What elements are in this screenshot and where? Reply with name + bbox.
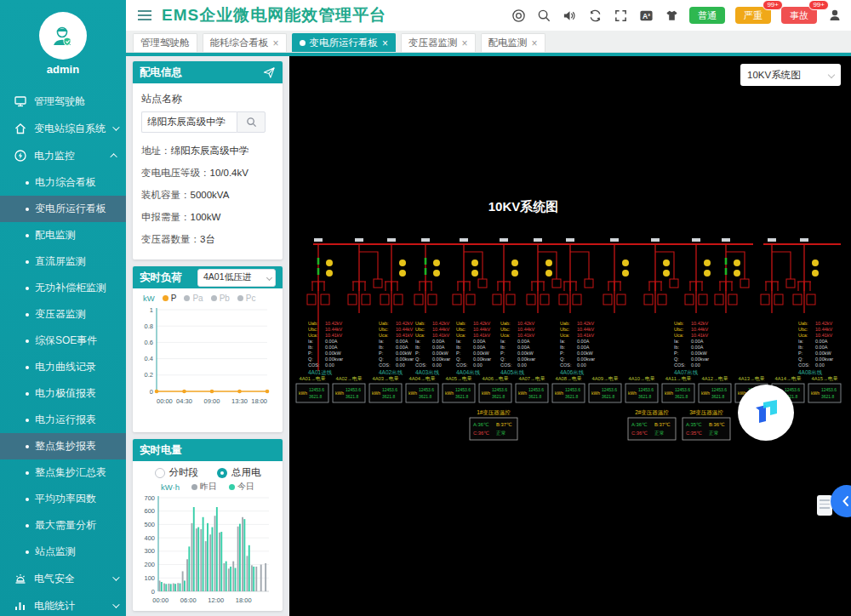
theme-icon[interactable] xyxy=(664,8,679,23)
svg-text:3621.8: 3621.8 xyxy=(309,394,323,399)
svg-text:0.00A: 0.00A xyxy=(432,345,445,350)
alarm-badge-2[interactable]: 事故99+ xyxy=(781,7,817,24)
svg-text:4A05→电量: 4A05→电量 xyxy=(446,376,472,381)
svg-text:12453.6: 12453.6 xyxy=(419,387,434,392)
tab-label: 变电所运行看板 xyxy=(310,37,379,49)
sidebar-subitem-2-9[interactable]: 电力运行报表 xyxy=(0,407,126,433)
user-icon[interactable] xyxy=(827,8,842,23)
search-icon[interactable] xyxy=(536,8,551,23)
svg-text:kWh: kWh xyxy=(665,391,673,396)
energy-legend-1[interactable]: 今日 xyxy=(229,481,254,493)
load-legend-Pa[interactable]: Pa xyxy=(184,294,203,303)
search-icon xyxy=(246,117,257,128)
site-search-button[interactable] xyxy=(237,111,266,133)
tab-3[interactable]: 变压器监测× xyxy=(401,33,476,52)
svg-text:18:00: 18:00 xyxy=(251,397,267,405)
fullscreen-icon[interactable] xyxy=(613,8,628,23)
todesk-logo[interactable] xyxy=(738,385,794,441)
sidebar-item-1[interactable]: 变电站综自系统 xyxy=(0,115,126,142)
svg-text:4A04出线: 4A04出线 xyxy=(456,369,481,375)
tab-0[interactable]: 管理驾驶舱 xyxy=(133,33,197,52)
sidebar-subitem-label: 电力综合看板 xyxy=(35,175,96,190)
load-legend-P[interactable]: P xyxy=(163,294,177,303)
svg-text:0.00kW: 0.00kW xyxy=(577,351,593,356)
close-tab-icon[interactable]: × xyxy=(273,38,279,48)
load-feeder-select[interactable]: 4A01低压进 xyxy=(197,269,276,287)
sidebar-subitem-2-1[interactable]: 变电所运行看板 xyxy=(0,196,126,222)
svg-text:Ib:: Ib: xyxy=(674,345,680,350)
volume-icon[interactable] xyxy=(562,8,577,23)
sidebar-item-0[interactable]: 管理驾驶舱 xyxy=(0,88,126,115)
svg-text:P:: P: xyxy=(379,351,384,356)
svg-text:0.00kvar: 0.00kvar xyxy=(517,356,535,362)
sidebar-subitem-2-7[interactable]: 电力曲线记录 xyxy=(0,354,126,380)
alarm-badge-1[interactable]: 严重99+ xyxy=(735,7,771,24)
realtime-load-card: 实时负荷 4A01低压进 kWPPaPbPc 00.20.40.60.8100:… xyxy=(133,266,283,432)
svg-text:Ia:: Ia: xyxy=(798,339,804,344)
target-icon[interactable] xyxy=(511,8,526,23)
sidebar-item-3[interactable]: 电气安全 xyxy=(0,565,126,592)
energy-radio-1[interactable]: 总用电 xyxy=(217,466,261,479)
legend-label: Pa xyxy=(192,294,203,303)
svg-text:3621.8: 3621.8 xyxy=(711,394,725,399)
sidebar-subitem-2-13[interactable]: 最大需量分析 xyxy=(0,512,126,539)
font-size-icon[interactable]: A² xyxy=(638,8,654,23)
sidebar-subitem-label: 整点集抄汇总表 xyxy=(35,465,106,480)
energy-legend-0[interactable]: 昨日 xyxy=(191,481,217,493)
svg-text:kWh: kWh xyxy=(591,391,600,396)
site-name-input[interactable] xyxy=(141,111,237,133)
close-tab-icon[interactable]: × xyxy=(462,38,468,48)
svg-text:12453.6: 12453.6 xyxy=(528,387,544,392)
sidebar-subitem-2-2[interactable]: 配电监测 xyxy=(0,222,126,248)
sidebar-subitem-2-14[interactable]: 站点监测 xyxy=(0,539,126,565)
alarm-badge-label: 事故 xyxy=(790,9,808,22)
load-chart-legend: kWPPaPbPc xyxy=(133,288,283,303)
svg-text:4A10→电量: 4A10→电量 xyxy=(629,376,655,381)
sidebar-subitem-2-3[interactable]: 直流屏监测 xyxy=(0,248,126,275)
svg-text:0.00kW: 0.00kW xyxy=(396,351,412,356)
sidebar-subitem-2-5[interactable]: 变压器监测 xyxy=(0,301,126,328)
sidebar-item-2[interactable]: 电力监控 xyxy=(0,142,126,169)
svg-text:Q:: Q: xyxy=(456,356,461,362)
close-tab-icon[interactable]: × xyxy=(532,38,538,48)
sidebar-subitem-2-12[interactable]: 平均功率因数 xyxy=(0,486,126,512)
main-content: 配电信息 站点名称 地址：绵 xyxy=(126,56,851,616)
svg-text:12453.6: 12453.6 xyxy=(346,387,361,392)
sidebar-subitem-2-11[interactable]: 整点集抄汇总表 xyxy=(0,459,126,486)
tab-2[interactable]: 变电所运行看板× xyxy=(292,33,397,52)
alarm-badge-0[interactable]: 普通 xyxy=(689,7,725,24)
svg-text:Ubc:: Ubc: xyxy=(674,327,684,332)
alarm-badge-label: 普通 xyxy=(698,9,717,22)
menu-toggle-icon[interactable] xyxy=(138,10,151,20)
sidebar-subitem-2-0[interactable]: 电力综合看板 xyxy=(0,169,126,196)
svg-text:COS:: COS: xyxy=(415,362,427,368)
load-legend-Pc[interactable]: Pc xyxy=(237,294,256,303)
sidebar-subitem-2-8[interactable]: 电力极值报表 xyxy=(0,380,126,407)
energy-radio-0[interactable]: 分时段 xyxy=(155,466,199,479)
load-legend-Pb[interactable]: Pb xyxy=(211,294,230,303)
svg-text:Ia:: Ia: xyxy=(500,339,506,344)
svg-text:10.44kV: 10.44kV xyxy=(815,327,833,332)
svg-text:Uca:: Uca: xyxy=(308,333,318,338)
diagram-type-select[interactable]: 10KV系统图 xyxy=(740,64,841,86)
sidebar-item-label: 电能统计 xyxy=(34,599,112,613)
tab-4[interactable]: 配电监测× xyxy=(481,33,545,52)
tab-bar: 管理驾驶舱能耗综合看板×变电所运行看板×变压器监测×配电监测× xyxy=(126,31,851,53)
sidebar-subitem-2-10[interactable]: 整点集抄报表 xyxy=(0,433,126,459)
svg-text:600: 600 xyxy=(144,507,155,515)
svg-text:2#变压器温控: 2#变压器温控 xyxy=(635,409,669,416)
sidebar-item-4[interactable]: 电能统计 xyxy=(0,592,126,616)
bullet-icon xyxy=(26,234,29,237)
svg-text:0.4: 0.4 xyxy=(145,355,153,362)
close-tab-icon[interactable]: × xyxy=(382,38,388,48)
sidebar-subitem-2-6[interactable]: 综保SOE事件 xyxy=(0,328,126,354)
tab-1[interactable]: 能耗综合看板× xyxy=(203,33,287,52)
svg-text:Ubc:: Ubc: xyxy=(456,327,466,332)
sidebar-subitem-2-4[interactable]: 无功补偿柜监测 xyxy=(0,275,126,301)
svg-text:0.00: 0.00 xyxy=(325,362,334,368)
svg-text:Q:: Q: xyxy=(798,356,803,362)
send-icon[interactable] xyxy=(263,66,276,79)
svg-text:4A15→电量: 4A15→电量 xyxy=(812,376,838,381)
refresh-icon[interactable] xyxy=(587,8,603,23)
avatar[interactable] xyxy=(39,12,87,60)
